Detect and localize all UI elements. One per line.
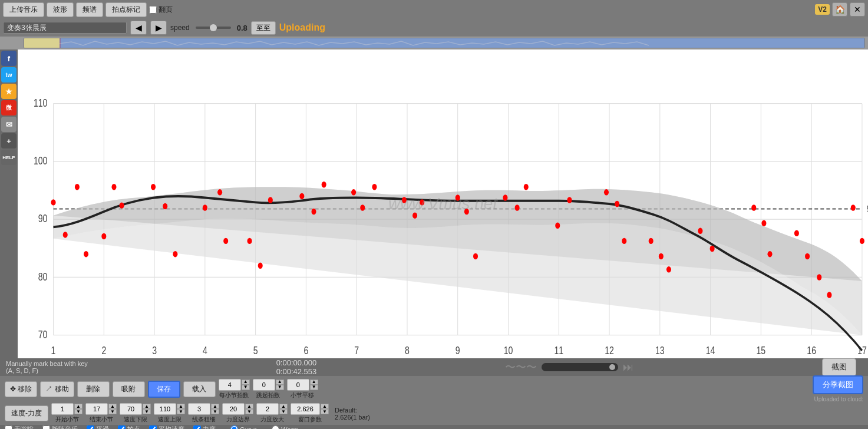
speed-max-input[interactable]: 110 [154, 403, 176, 415]
avg-speed-checkbox-label[interactable]: 平均速度 [149, 425, 184, 429]
beat-checkbox-label[interactable]: 拍点 [118, 425, 140, 429]
avg-speed-checkbox[interactable] [149, 425, 157, 429]
speed-min-up[interactable]: ▲ [143, 404, 151, 409]
window-param-input[interactable]: 2.626 [291, 403, 320, 415]
flip-checkbox-label[interactable]: 翻页 [149, 5, 173, 15]
beat-button[interactable]: 拍点标记 [105, 2, 147, 17]
attract-button[interactable]: 吸附 [113, 381, 145, 397]
start-bar-control: 1 ▲ ▼ 开始小节 [51, 403, 82, 424]
smooth-checkbox-label[interactable]: 平滑 [87, 425, 109, 429]
jump-beats-input[interactable]: 0 [253, 379, 275, 391]
force-boundary-input[interactable]: 20 [222, 403, 245, 415]
force-checkbox[interactable] [193, 425, 201, 429]
star-icon[interactable]: ★ [1, 84, 16, 99]
no-hum-checkbox[interactable] [5, 425, 12, 429]
close-button[interactable]: ✕ [850, 2, 865, 16]
wave-slider[interactable] [542, 363, 618, 371]
worm-radio-label[interactable]: Worm [272, 425, 298, 429]
chart-area[interactable]: www.Vmus.net 110 100 90 80 70 [18, 50, 868, 358]
svg-point-89 [761, 220, 766, 226]
window-param-up[interactable]: ▲ [321, 404, 329, 409]
end-bar-input[interactable]: 17 [85, 403, 108, 415]
bar-shift-control: 0 ▲ ▼ 小节平移 [287, 379, 318, 400]
smooth-checkbox[interactable] [87, 425, 94, 429]
waveform-bar [0, 37, 868, 50]
beats-per-bar-down[interactable]: ▼ [242, 385, 250, 390]
confirm-button[interactable]: 至至 [251, 21, 276, 35]
curve-radio-label[interactable]: Curve [230, 425, 257, 429]
curve-radio[interactable] [230, 425, 238, 429]
song-name-input[interactable]: 变奏3张晨辰 [3, 22, 127, 34]
start-bar-input[interactable]: 1 [51, 403, 74, 415]
speed-value: 0.8 [237, 24, 247, 32]
speed-max-control: 110 ▲ ▼ 速度上限 [154, 403, 185, 424]
status-bar: Manually mark beat with key (A, S, D, F)… [0, 358, 868, 376]
line-width-up[interactable]: ▲ [211, 404, 219, 409]
speed-max-down[interactable]: ▼ [177, 409, 185, 414]
window-param-control: 2.626 ▲ ▼ 窗口参数 [291, 403, 329, 424]
split-screenshot-button[interactable]: 分季截图 [813, 375, 863, 394]
force-boundary-down[interactable]: ▼ [245, 409, 253, 414]
line-width-down[interactable]: ▼ [211, 409, 219, 414]
svg-text:70: 70 [38, 328, 48, 340]
controls-row3: 无嗡嗡 随随音乐 平滑 拍点 平均速度 力度 Curve Worm [0, 425, 868, 429]
home-button[interactable]: 🏠 [832, 2, 847, 16]
force-boundary-up[interactable]: ▲ [245, 404, 253, 409]
spectrum-button[interactable]: 频谱 [76, 2, 103, 17]
svg-point-67 [360, 204, 365, 210]
prev-button[interactable]: ◀ [130, 21, 147, 35]
speed-min-down[interactable]: ▼ [143, 409, 151, 414]
force-checkbox-label[interactable]: 力度 [193, 425, 216, 429]
wave-end-icon: ⏭ [623, 361, 633, 374]
random-music-checkbox[interactable] [42, 425, 50, 429]
force-amplify-down[interactable]: ▼ [279, 409, 288, 414]
beats-per-bar-control: 4 ▲ ▼ 每小节拍数 [219, 379, 250, 400]
save-button[interactable]: 保存 [148, 381, 180, 398]
waveform-thumb [24, 38, 60, 48]
svg-point-93 [817, 274, 821, 280]
play-button[interactable]: ▶ [150, 21, 167, 35]
beat-checkbox[interactable] [118, 425, 126, 429]
weibo-icon[interactable]: 微 [1, 100, 16, 116]
bar-shift-input[interactable]: 0 [287, 379, 309, 391]
plus-icon[interactable]: + [1, 133, 16, 148]
twitter-icon[interactable]: tw [1, 67, 16, 82]
speed-slider[interactable] [196, 27, 231, 29]
worm-radio[interactable] [272, 425, 279, 429]
top-toolbar: 上传音乐 波形 频谱 拍点标记 翻页 V2 🏠 ✕ [0, 0, 868, 19]
random-music-checkbox-label[interactable]: 随随音乐 [42, 425, 78, 429]
svg-point-64 [311, 209, 316, 214]
end-bar-up[interactable]: ▲ [108, 404, 117, 409]
flip-checkbox[interactable] [149, 6, 157, 14]
main-area: f tw ★ 微 ✉ + HELP www.Vmus.net 110 100 9… [0, 50, 868, 358]
force-amplify-up[interactable]: ▲ [279, 404, 288, 409]
beats-per-bar-input[interactable]: 4 [219, 379, 241, 391]
no-hum-checkbox-label[interactable]: 无嗡嗡 [5, 425, 34, 429]
svg-point-91 [794, 230, 799, 236]
sidebar: f tw ★ 微 ✉ + HELP [0, 50, 18, 358]
speed-force-button[interactable]: 速度-力度 [5, 405, 48, 421]
force-amplify-input[interactable]: 2 [256, 403, 279, 415]
help-icon[interactable]: HELP [1, 150, 16, 165]
load-button[interactable]: 载入 [183, 381, 216, 397]
line-width-input[interactable]: 3 [188, 403, 210, 415]
bar-shift-down[interactable]: ▼ [310, 385, 318, 390]
waveform-button[interactable]: 波形 [47, 2, 74, 17]
facebook-icon[interactable]: f [1, 51, 16, 66]
waveform-container[interactable] [24, 38, 865, 48]
start-bar-up[interactable]: ▲ [74, 404, 82, 409]
upload-music-button[interactable]: 上传音乐 [3, 2, 44, 17]
mail-icon[interactable]: ✉ [1, 117, 16, 132]
move-button[interactable]: ✥ 移除 [5, 381, 37, 397]
end-bar-down[interactable]: ▼ [108, 409, 117, 414]
speed-max-up[interactable]: ▲ [177, 404, 185, 409]
svg-text:6: 6 [303, 345, 308, 357]
delete-button[interactable]: 删除 [77, 381, 110, 397]
window-param-down[interactable]: ▼ [321, 409, 329, 414]
uploading-status: Uploading [279, 22, 325, 33]
assist-button[interactable]: ↗ 移助 [40, 381, 74, 397]
jump-beats-down[interactable]: ▼ [276, 385, 284, 390]
start-bar-down[interactable]: ▼ [74, 409, 82, 414]
speed-min-input[interactable]: 70 [120, 403, 142, 415]
cut-picture-button[interactable]: 截图 [822, 358, 856, 376]
